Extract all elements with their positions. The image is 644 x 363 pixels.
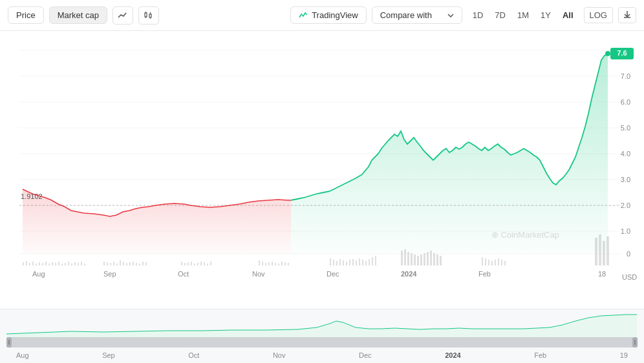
svg-rect-69 — [181, 262, 182, 265]
time-7d[interactable]: 7D — [489, 8, 511, 23]
toolbar: Price Market cap TradingView Compare wit… — [0, 0, 644, 31]
svg-rect-74 — [197, 263, 199, 265]
svg-text:3.0: 3.0 — [621, 176, 630, 183]
time-1d[interactable]: 1D — [467, 8, 489, 23]
scrollbar-left-handle[interactable] — [6, 337, 12, 347]
compare-button[interactable]: Compare with — [372, 6, 462, 24]
svg-rect-63 — [129, 262, 131, 265]
svg-rect-46 — [58, 262, 59, 265]
svg-rect-120 — [491, 261, 493, 265]
svg-rect-37 — [29, 263, 30, 265]
time-all[interactable]: All — [557, 8, 579, 23]
svg-rect-87 — [284, 262, 286, 265]
svg-rect-76 — [204, 262, 205, 265]
svg-rect-97 — [356, 260, 357, 265]
svg-rect-86 — [281, 262, 283, 265]
svg-rect-64 — [133, 262, 134, 265]
svg-rect-57 — [110, 263, 111, 265]
svg-rect-118 — [485, 258, 486, 265]
svg-rect-68 — [145, 262, 147, 265]
svg-text:6.0: 6.0 — [621, 98, 630, 106]
svg-rect-41 — [42, 263, 43, 265]
price-tab[interactable]: Price — [8, 6, 44, 24]
log-button[interactable]: LOG — [584, 7, 613, 23]
scrollbar-label-dec: Dec — [359, 351, 372, 359]
svg-rect-106 — [407, 252, 409, 265]
tradingview-button[interactable]: TradingView — [290, 6, 367, 24]
svg-rect-81 — [265, 263, 266, 265]
svg-rect-50 — [71, 264, 72, 265]
time-1m[interactable]: 1M — [512, 8, 534, 23]
svg-rect-85 — [278, 264, 279, 265]
svg-rect-114 — [433, 253, 435, 265]
svg-rect-61 — [123, 262, 124, 265]
svg-rect-59 — [116, 264, 118, 265]
svg-rect-35 — [23, 262, 24, 265]
compare-label: Compare with — [380, 10, 432, 20]
svg-rect-112 — [427, 252, 429, 265]
svg-rect-44 — [52, 262, 53, 265]
tradingview-label: TradingView — [312, 10, 358, 20]
candle-chart-icon[interactable] — [138, 6, 159, 25]
scrollbar-labels: Aug Sep Oct Nov Dec 2024 Feb 19 — [0, 351, 644, 359]
svg-text:Dec: Dec — [327, 270, 339, 278]
svg-rect-124 — [504, 261, 506, 265]
svg-rect-72 — [191, 262, 192, 265]
scrollbar-right-handle[interactable] — [632, 337, 638, 347]
svg-rect-109 — [417, 256, 419, 265]
svg-rect-98 — [359, 258, 360, 265]
svg-rect-52 — [78, 263, 79, 265]
svg-text:Feb: Feb — [478, 270, 491, 278]
svg-rect-100 — [365, 261, 367, 265]
svg-rect-3 — [149, 14, 151, 17]
svg-text:2.0: 2.0 — [621, 202, 630, 209]
scrollbar-track[interactable] — [6, 337, 638, 347]
svg-rect-116 — [440, 256, 442, 265]
svg-text:1.9102: 1.9102 — [21, 192, 43, 200]
marketcap-tab[interactable]: Market cap — [49, 6, 107, 24]
scrollbar-label-oct: Oct — [188, 351, 199, 359]
svg-rect-56 — [107, 262, 108, 265]
svg-point-132 — [605, 51, 610, 56]
svg-rect-39 — [36, 264, 37, 265]
svg-text:7.0: 7.0 — [621, 72, 630, 80]
svg-rect-36 — [26, 261, 27, 265]
scrollbar-label-feb: Feb — [534, 351, 546, 359]
svg-rect-88 — [288, 263, 289, 265]
svg-text:7.6: 7.6 — [617, 49, 627, 57]
time-1y[interactable]: 1Y — [535, 8, 556, 23]
svg-text:2024: 2024 — [401, 270, 417, 278]
svg-rect-53 — [81, 262, 82, 265]
svg-text:⊕ CoinMarketCap: ⊕ CoinMarketCap — [491, 230, 559, 240]
svg-rect-66 — [139, 264, 140, 265]
svg-rect-91 — [336, 261, 338, 265]
svg-rect-38 — [32, 262, 34, 265]
svg-rect-119 — [488, 260, 489, 265]
svg-rect-45 — [55, 263, 56, 265]
svg-text:Aug: Aug — [32, 270, 45, 278]
svg-text:18: 18 — [598, 270, 606, 278]
svg-text:1.0: 1.0 — [621, 227, 630, 235]
svg-rect-108 — [414, 254, 416, 265]
line-chart-icon[interactable] — [113, 6, 133, 25]
svg-rect-51 — [74, 262, 76, 265]
svg-rect-62 — [126, 263, 127, 265]
svg-text:Oct: Oct — [178, 270, 189, 278]
svg-rect-111 — [424, 253, 425, 265]
svg-rect-115 — [436, 254, 438, 265]
svg-rect-93 — [343, 260, 344, 265]
svg-text:0: 0 — [627, 250, 630, 258]
svg-rect-99 — [362, 260, 363, 265]
svg-rect-48 — [65, 263, 66, 265]
svg-text:Sep: Sep — [103, 270, 116, 278]
svg-rect-122 — [498, 258, 499, 265]
download-button[interactable] — [618, 7, 636, 23]
svg-rect-55 — [103, 262, 105, 265]
svg-rect-0 — [145, 13, 147, 17]
svg-text:USD: USD — [622, 273, 637, 281]
svg-rect-54 — [84, 264, 85, 265]
svg-rect-83 — [272, 262, 273, 265]
svg-rect-75 — [200, 262, 202, 265]
scrollbar-label-19: 19 — [620, 351, 628, 359]
svg-rect-80 — [262, 262, 263, 265]
